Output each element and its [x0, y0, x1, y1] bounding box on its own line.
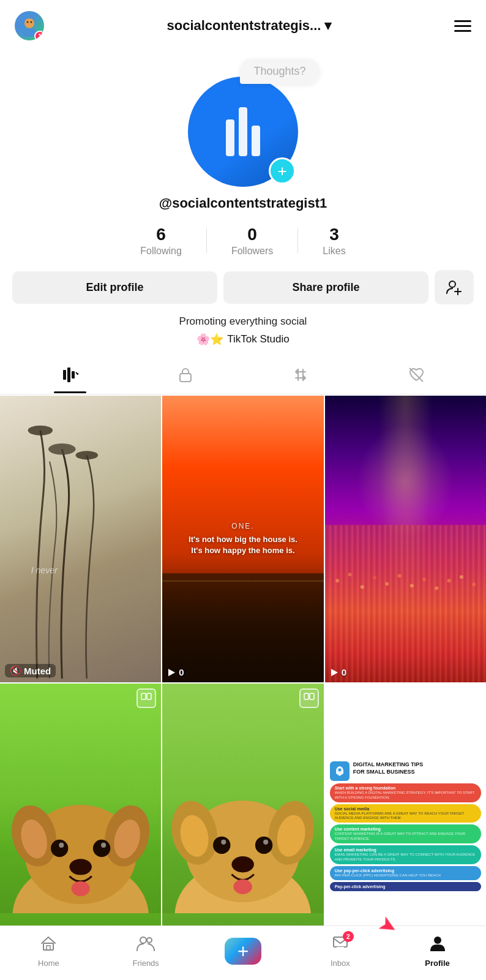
inbox-badge-wrap: 2 [332, 935, 349, 956]
studio-label: TikTok Studio [227, 333, 289, 345]
add-friend-button[interactable] [435, 270, 474, 304]
svg-point-29 [447, 579, 450, 582]
tab-liked[interactable] [396, 360, 436, 394]
nav-inbox[interactable]: 2 Inbox [316, 935, 365, 968]
bottom-navigation: Home Friends + 2 [0, 925, 486, 980]
svg-marker-32 [331, 669, 338, 676]
thoughts-bubble[interactable]: Thoughts? [240, 59, 319, 84]
svg-point-21 [348, 573, 351, 576]
svg-point-2 [27, 21, 29, 23]
home-icon [40, 935, 57, 956]
edit-profile-button[interactable]: Edit profile [12, 271, 217, 304]
muted-icon: 🔇 [10, 665, 21, 676]
svg-point-61 [338, 768, 341, 771]
quote-overlay-2: ONE. It's not how big the house is.It's … [170, 522, 315, 556]
chevron-down-icon: ▾ [324, 18, 331, 33]
svg-rect-60 [310, 693, 314, 699]
add-avatar-button[interactable]: + [269, 157, 296, 184]
friends-label: Friends [133, 959, 159, 968]
video-item-2[interactable]: ONE. It's not how big the house is.It's … [162, 396, 323, 682]
nav-notification-badge: 1 [34, 31, 44, 40]
profile-nav-icon [429, 935, 446, 956]
tab-videos[interactable] [50, 360, 91, 393]
svg-point-31 [472, 582, 476, 586]
content-tabs [0, 360, 486, 394]
repost-icon [293, 367, 308, 386]
nav-create[interactable]: + [219, 938, 267, 965]
nav-avatar[interactable]: 1 [15, 11, 44, 40]
create-button[interactable]: + [225, 938, 261, 965]
svg-point-55 [222, 840, 226, 845]
svg-point-16 [76, 451, 98, 459]
svg-point-14 [28, 426, 53, 435]
svg-rect-59 [304, 693, 308, 699]
home-label: Home [38, 959, 59, 968]
svg-point-39 [51, 840, 68, 857]
svg-rect-19 [325, 519, 486, 674]
svg-point-58 [234, 880, 252, 894]
svg-rect-45 [141, 693, 146, 699]
videos-tab-icon [62, 368, 78, 386]
svg-point-3 [31, 21, 32, 23]
likes-stat[interactable]: 3 Likes [298, 225, 370, 257]
video-item-1[interactable]: I never 🔇 Muted [0, 396, 161, 682]
svg-point-27 [422, 578, 426, 581]
svg-point-44 [71, 881, 89, 896]
video-item-3[interactable]: 0 [325, 396, 486, 682]
svg-point-56 [263, 840, 268, 845]
followers-label: Followers [231, 246, 273, 257]
profile-nav-label: Profile [425, 959, 449, 968]
svg-point-25 [397, 574, 401, 578]
studio-link[interactable]: 🌸⭐ TikTok Studio [18, 333, 468, 346]
likes-count: 3 [329, 225, 339, 244]
friends-icon [136, 935, 155, 956]
tab-private[interactable] [166, 360, 205, 394]
inbox-label: Inbox [331, 959, 350, 968]
svg-point-40 [93, 840, 110, 857]
video-grid: I never 🔇 Muted ONE. It's not how big th… [0, 396, 486, 970]
svg-point-23 [373, 576, 376, 579]
share-profile-button[interactable]: Share profile [223, 271, 428, 304]
nav-friends[interactable]: Friends [121, 935, 170, 968]
svg-point-4 [449, 281, 455, 287]
top-navigation: 1 socialcontentstrategis... ▾ [0, 0, 486, 47]
svg-rect-66 [337, 947, 344, 949]
likes-label: Likes [323, 246, 345, 257]
stats-row: 6 Following 0 Followers 3 Likes [0, 225, 486, 257]
svg-point-28 [435, 587, 438, 590]
svg-point-24 [385, 582, 389, 586]
play-count-3: 0 [330, 667, 346, 677]
nav-profile[interactable]: Profile [413, 935, 462, 968]
svg-point-30 [459, 575, 463, 579]
hamburger-menu-icon[interactable] [454, 20, 471, 32]
svg-rect-8 [67, 368, 70, 382]
bio-section: Promoting everything social 🌸⭐ TikTok St… [0, 315, 486, 346]
svg-rect-63 [47, 946, 50, 950]
inbox-notification-badge: 2 [343, 931, 354, 942]
svg-point-57 [232, 856, 254, 872]
svg-point-41 [59, 843, 64, 848]
svg-point-54 [255, 837, 272, 854]
svg-point-15 [48, 443, 76, 454]
following-count: 6 [156, 225, 166, 244]
svg-point-0 [24, 18, 34, 28]
svg-rect-46 [147, 693, 151, 699]
followers-stat[interactable]: 0 Followers [207, 225, 297, 257]
following-stat[interactable]: 6 Following [116, 225, 206, 257]
avatar-wrapper: + [188, 77, 298, 187]
svg-point-22 [360, 585, 364, 589]
duet-badge-5 [299, 688, 319, 708]
nav-home[interactable]: Home [24, 935, 73, 968]
username: @socialcontentstrategist1 [0, 195, 486, 211]
followers-count: 0 [247, 225, 257, 244]
nav-title[interactable]: socialcontentstrategis... ▾ [44, 18, 454, 34]
svg-point-43 [69, 859, 91, 875]
svg-rect-9 [72, 371, 75, 379]
svg-point-20 [335, 579, 339, 582]
tab-reposts[interactable] [280, 360, 321, 394]
bio-text: Promoting everything social [18, 315, 468, 328]
svg-point-64 [140, 937, 146, 943]
duet-badge-4 [136, 688, 156, 708]
play-count-2: 0 [167, 667, 184, 677]
svg-point-42 [101, 843, 106, 848]
